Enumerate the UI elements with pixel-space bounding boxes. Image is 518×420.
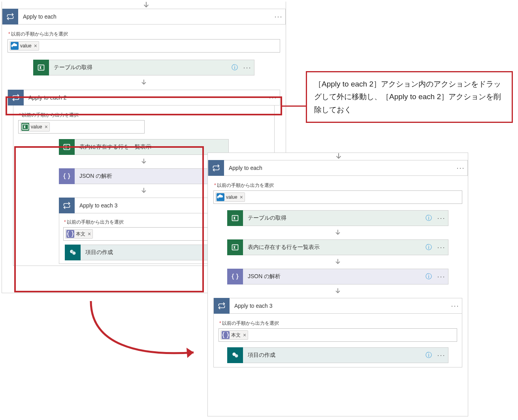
flow-arrow-icon [140,75,148,90]
more-menu[interactable]: ··· [435,243,448,252]
help-icon[interactable]: ⓘ [229,64,241,72]
get-tables-card[interactable]: テーブルの取得 ⓘ ··· [33,60,254,75]
apply-to-each-header[interactable]: Apply to each ··· [2,9,286,24]
more-menu[interactable]: ··· [241,64,254,72]
loop-icon [214,298,230,314]
flow-arrow-icon [334,284,342,298]
remove-token[interactable]: × [45,124,48,130]
select-output-label-3: *以前の手順から出力を選択 [63,217,224,227]
select-output-label-2: *以前の手順から出力を選択 [18,109,269,120]
select-output-label: *以前の手順から出力を選択 [8,28,280,39]
output-field-3[interactable]: 本文 × [63,227,224,241]
token-value[interactable]: value × [215,192,245,202]
remove-token[interactable]: × [34,43,37,49]
output-field-after[interactable]: value × [213,190,462,204]
flow-arrow-icon [140,155,148,168]
loop-icon [208,160,224,176]
callout-connector [282,105,307,107]
parse-json-card[interactable]: JSON の解析 [59,168,229,184]
chevron-down-icon [334,152,343,162]
sharepoint-icon: S [65,245,81,260]
token-value-excel[interactable]: value × [20,122,50,132]
help-icon[interactable]: ⓘ [423,351,435,360]
token-honbun[interactable]: 本文 × [65,229,93,239]
more-menu[interactable]: ··· [454,164,467,172]
svg-marker-6 [186,348,194,358]
help-icon[interactable]: ⓘ [423,273,435,281]
svg-rect-8 [232,245,238,250]
curved-arrow [79,297,205,365]
create-item-card-after[interactable]: 項目の作成 ⓘ ··· [227,347,448,363]
flow-arrow-icon [334,226,342,239]
excel-icon [227,210,243,226]
token-value[interactable]: value × [9,41,39,51]
chevron-down-icon [142,1,151,11]
svg-rect-2 [64,144,70,149]
callout-box: ［Apply to each 2］アクション内のアクションをドラッグして外に移動… [306,71,513,123]
flow-arrow-icon [140,184,148,198]
list-rows-card[interactable]: 表内に存在する行を一覧表示 [59,139,229,155]
more-menu[interactable]: ··· [266,94,280,102]
more-menu[interactable]: ··· [435,214,448,222]
excel-icon [33,60,49,75]
svg-point-10 [235,354,238,358]
output-field[interactable]: value × [8,39,280,53]
apply-to-each-3-header-after[interactable]: Apply to each 3 ··· [213,298,462,314]
loop-icon [59,198,75,213]
remove-token[interactable]: × [240,194,243,200]
excel-icon [21,123,29,131]
select-output-label-3-after: *以前の手順から出力を選択 [219,318,457,328]
help-icon[interactable]: ⓘ [423,214,435,222]
excel-icon [227,239,243,255]
braces-icon [66,230,74,238]
braces-icon [227,269,243,284]
apply-to-each-2-header[interactable]: Apply to each 2 ··· [8,90,280,105]
output-field-2[interactable]: value × [18,120,145,134]
more-menu[interactable]: ··· [435,273,448,281]
select-output-label-after: *以前の手順から出力を選択 [213,180,462,190]
flow-panel-after: Apply to each ··· *以前の手順から出力を選択 value × [207,153,468,416]
svg-text:S: S [72,250,73,253]
parse-json-card-after[interactable]: JSON の解析 ⓘ ··· [227,269,448,284]
sharepoint-icon [227,347,243,363]
braces-icon [222,331,230,339]
onedrive-icon [217,193,224,201]
create-item-card[interactable]: S 項目の作成 [65,245,223,260]
apply-to-each-title: Apply to each [18,13,272,20]
svg-rect-7 [232,215,238,220]
output-field-3-after[interactable]: 本文 × [219,328,457,342]
more-menu[interactable]: ··· [448,302,462,310]
get-tables-card-after[interactable]: テーブルの取得 ⓘ ··· [227,210,448,226]
svg-rect-0 [38,65,44,70]
svg-rect-1 [23,124,28,129]
remove-token[interactable]: × [243,332,246,338]
loop-icon [8,90,24,105]
apply-to-each-header-after[interactable]: Apply to each ··· [208,160,468,176]
help-icon[interactable]: ⓘ [423,243,435,252]
apply-to-each-3-header[interactable]: Apply to each 3 [59,198,229,213]
flow-arrow-icon [334,255,342,269]
more-menu[interactable]: ··· [435,351,448,360]
token-honbun[interactable]: 本文 × [220,330,248,340]
onedrive-icon [11,42,19,50]
list-rows-card-after[interactable]: 表内に存在する行を一覧表示 ⓘ ··· [227,239,448,255]
braces-icon [59,168,75,184]
excel-icon [59,139,75,155]
remove-token[interactable]: × [88,231,91,237]
more-menu[interactable]: ··· [272,13,285,21]
loop-icon [2,9,18,24]
callout-text: ［Apply to each 2］アクション内のアクションをドラッグして外に移動… [314,80,501,114]
